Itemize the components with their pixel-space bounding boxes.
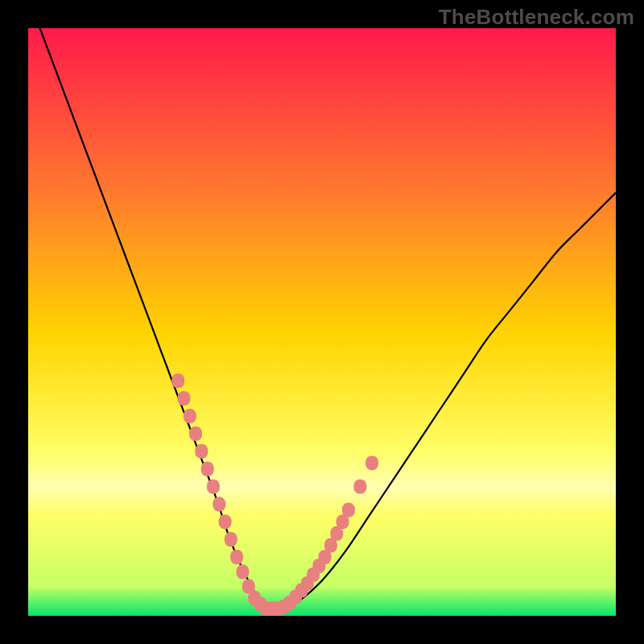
marker-point [171, 374, 184, 388]
marker-point [207, 479, 220, 493]
marker-point [342, 503, 355, 518]
marker-point [213, 497, 225, 511]
gradient-background [28, 28, 616, 616]
marker-point [178, 391, 191, 406]
plot-area [28, 28, 616, 616]
watermark-text: TheBottleneck.com [439, 5, 634, 30]
marker-point [201, 462, 214, 477]
chart-frame: TheBottleneck.com [0, 0, 644, 644]
marker-point [230, 550, 243, 564]
marker-point [195, 444, 208, 459]
marker-point [189, 427, 202, 441]
marker-point [184, 409, 196, 423]
marker-point [225, 532, 237, 547]
bottleneck-chart [28, 28, 616, 616]
marker-point [236, 564, 249, 579]
marker-point [219, 514, 232, 529]
marker-point [365, 456, 378, 470]
marker-point [353, 479, 366, 493]
